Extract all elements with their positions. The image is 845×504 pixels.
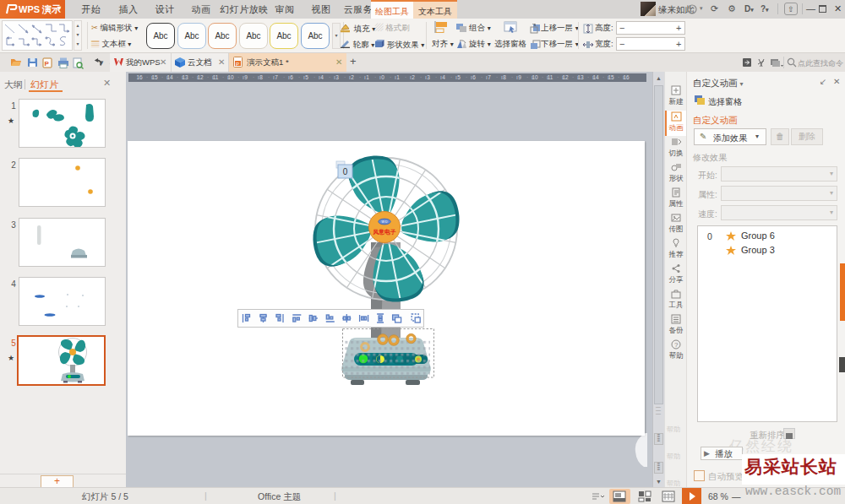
svg-text:0: 0 (343, 167, 348, 176)
svg-text:W·D: W·D (381, 220, 388, 224)
svg-text:?: ? (674, 341, 679, 349)
svg-text:风意电子: 风意电子 (372, 229, 395, 236)
svg-text:P: P (45, 60, 50, 68)
svg-text:P: P (236, 62, 239, 67)
